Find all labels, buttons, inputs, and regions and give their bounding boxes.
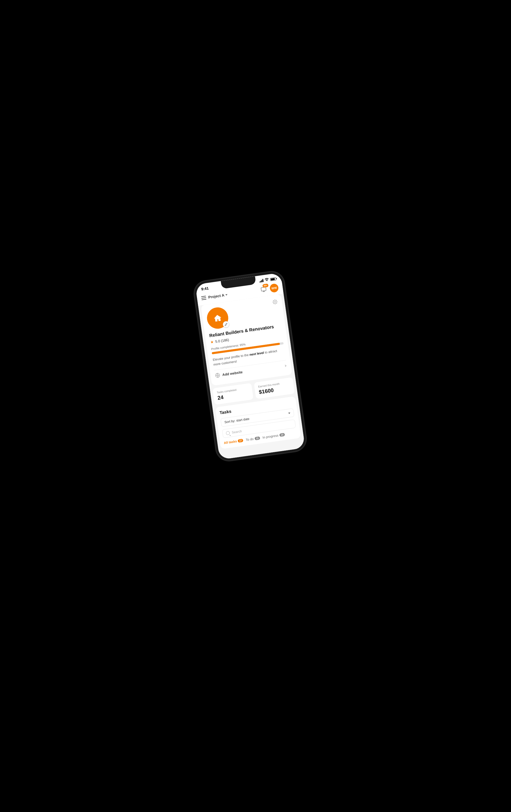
- gear-icon: [272, 299, 278, 304]
- tab-in-progress-badge: 10: [279, 433, 285, 437]
- star-icon: ★: [210, 340, 214, 344]
- search-placeholder: Search: [232, 429, 242, 434]
- phone-device: 9:41: [193, 270, 307, 462]
- phone-screen: 9:41: [195, 272, 305, 460]
- search-icon: [226, 431, 230, 435]
- scene: 9:41: [141, 0, 370, 812]
- header-left: Project A: [201, 292, 228, 300]
- add-website-label: Add website: [222, 370, 243, 377]
- project-name-label: Project A: [208, 293, 224, 299]
- signal-icon: [259, 279, 264, 283]
- tasks-card: Tasks Sort by: start date Search All tas…: [215, 396, 301, 449]
- tab-todo-badge: 15: [254, 436, 260, 440]
- earned-card: Earned this month $1600: [254, 377, 295, 399]
- svg-point-1: [274, 301, 276, 302]
- sort-chevron-icon: [288, 412, 291, 414]
- user-avatar-button[interactable]: WW: [269, 283, 279, 293]
- tab-in-progress-label: In progress: [263, 433, 279, 439]
- project-selector[interactable]: Project A: [208, 292, 228, 299]
- avatar-initials: WW: [271, 286, 277, 290]
- profile-avatar-wrap: [206, 306, 230, 330]
- globe-icon: [214, 372, 221, 378]
- battery-icon: [270, 277, 276, 281]
- add-website-left: Add website: [214, 369, 243, 378]
- profile-card: Reliant Builders & Renovators ★ 5.0 (186…: [201, 294, 292, 386]
- status-icons: [259, 277, 276, 283]
- header-right: 99+ WW: [259, 283, 279, 294]
- tasks-completed-card: Tasks completed 24: [212, 383, 253, 405]
- wifi-icon: [265, 278, 269, 282]
- menu-button[interactable]: [201, 296, 207, 300]
- tab-all-tasks-label: All tasks: [223, 439, 237, 445]
- tab-all-tasks-badge: 27: [238, 439, 243, 443]
- tab-all-tasks[interactable]: All tasks 27: [223, 438, 243, 445]
- tab-todo-label: To do: [246, 437, 254, 441]
- pencil-icon: [224, 322, 228, 326]
- notification-badge: 99+: [263, 283, 269, 288]
- notifications-button[interactable]: 99+: [259, 285, 268, 294]
- rating-text: 5.0 (186): [215, 338, 230, 343]
- tab-in-progress[interactable]: In progress 10: [263, 433, 285, 439]
- home-icon: [212, 312, 223, 323]
- chevron-down-icon: [226, 294, 228, 296]
- screen-content[interactable]: Reliant Builders & Renovators ★ 5.0 (186…: [198, 293, 305, 459]
- svg-rect-0: [261, 287, 266, 291]
- status-time: 9:41: [201, 286, 209, 291]
- settings-button[interactable]: [271, 298, 279, 306]
- chevron-right-icon: [285, 364, 287, 367]
- tab-todo[interactable]: To do 15: [246, 436, 260, 441]
